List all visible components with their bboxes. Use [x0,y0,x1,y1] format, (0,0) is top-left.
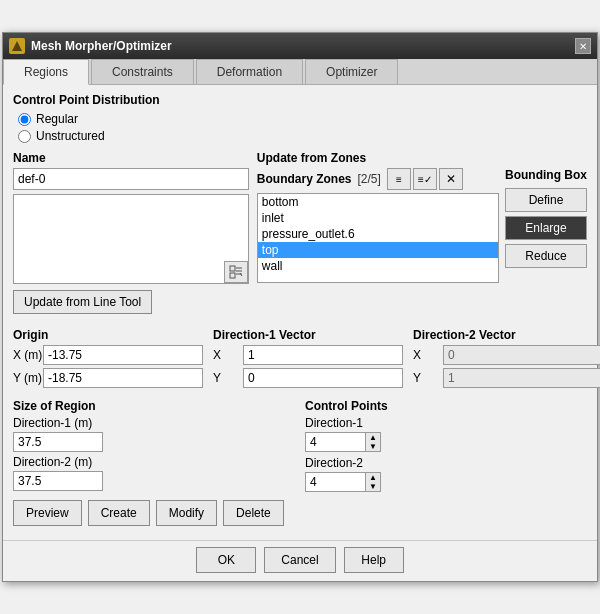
cp-dir1-up[interactable]: ▲ [366,433,380,442]
modify-button[interactable]: Modify [156,500,217,526]
radio-regular-label: Regular [36,112,78,126]
cp-dir1-label: Direction-1 [305,416,587,430]
origin-y-row: Y (m) [13,368,203,388]
origin-x-row: X (m) [13,345,203,365]
cp-dir2-label: Direction-2 [305,456,587,470]
define-button[interactable]: Define [505,188,587,212]
radio-unstructured-row: Unstructured [18,129,587,143]
cp-dir1-input[interactable] [305,432,365,452]
name-panel: Name [13,151,249,284]
name-input[interactable] [13,168,249,190]
cp-dir2-up[interactable]: ▲ [366,473,380,482]
cp-dir2-input[interactable] [305,472,365,492]
dir2-vector-group: Direction-2 Vector X Y [413,328,600,391]
cp-dir1-down[interactable]: ▼ [366,442,380,451]
bounding-box-title: Bounding Box [505,168,587,182]
svg-rect-2 [230,266,235,271]
size-group: Size of Region Direction-1 (m) Direction… [13,399,295,492]
origin-label: Origin [13,328,203,342]
dir2-x-row: X [413,345,600,365]
radio-regular[interactable] [18,113,31,126]
close-button[interactable]: ✕ [575,38,591,54]
origin-group: Origin X (m) Y (m) [13,328,203,391]
zones-panel: Update from Zones Boundary Zones [2/5] ≡… [257,151,587,284]
dir1-y-label: Y [213,371,243,385]
radio-regular-row: Regular [18,112,587,126]
zones-list-area: Boundary Zones [2/5] ≡ ≡✓ ✕ bottom inlet… [257,168,499,283]
cp-dir2-spinner: ▲ ▼ [305,472,587,492]
dir2-x-input [443,345,600,365]
radio-unstructured-label: Unstructured [36,129,105,143]
tab-optimizer[interactable]: Optimizer [305,59,398,84]
control-points-group: Control Points Direction-1 ▲ ▼ Direction… [305,399,587,492]
dir2-x-label: X [413,348,443,362]
origin-x-label: X (m) [13,348,43,362]
cpd-title: Control Point Distribution [13,93,587,107]
name-area [13,168,249,190]
boundary-zones-label: Boundary Zones [257,172,352,186]
zones-all-btn[interactable]: ≡ [387,168,411,190]
cancel-button[interactable]: Cancel [264,547,335,573]
title-bar: Mesh Morpher/Optimizer ✕ [3,33,597,59]
update-line-tool-button[interactable]: Update from Line Tool [13,290,152,314]
dir1-vector-label: Direction-1 Vector [213,328,403,342]
preview-button[interactable]: Preview [13,500,82,526]
list-item[interactable]: pressure_outlet.6 [258,226,498,242]
bounding-box-panel: Bounding Box Define Enlarge Reduce [505,168,587,268]
boundary-zones-list[interactable]: bottom inlet pressure_outlet.6 top wall [257,193,499,283]
name-label: Name [13,151,249,165]
list-item[interactable]: bottom [258,194,498,210]
window-icon [9,38,25,54]
svg-rect-3 [230,273,235,278]
two-col-section: Name [13,151,587,284]
main-window: Mesh Morpher/Optimizer ✕ Regions Constra… [2,32,598,582]
origin-x-input[interactable] [43,345,203,365]
dialog-buttons: OK Cancel Help [3,540,597,581]
dir2-y-row: Y [413,368,600,388]
zones-match-btn[interactable]: ≡✓ [413,168,437,190]
radio-unstructured[interactable] [18,130,31,143]
dir1-y-input[interactable] [243,368,403,388]
delete-button[interactable]: Delete [223,500,284,526]
cp-dir1-spinner: ▲ ▼ [305,432,587,452]
list-item[interactable]: inlet [258,210,498,226]
dir1-size-label: Direction-1 (m) [13,416,295,430]
tab-regions[interactable]: Regions [3,59,89,85]
dir2-size-label: Direction-2 (m) [13,455,295,469]
dir2-vector-label: Direction-2 Vector [413,328,600,342]
tabs-bar: Regions Constraints Deformation Optimize… [3,59,597,85]
dir2-y-input [443,368,600,388]
cp-label: Control Points [305,399,587,413]
list-item-selected[interactable]: top [258,242,498,258]
tab-constraints[interactable]: Constraints [91,59,194,84]
cp-dir1-spinner-btns: ▲ ▼ [365,432,381,452]
zones-clear-btn[interactable]: ✕ [439,168,463,190]
origin-y-label: Y (m) [13,371,43,385]
enlarge-button[interactable]: Enlarge [505,216,587,240]
size-section: Size of Region Direction-1 (m) Direction… [13,399,587,492]
ok-button[interactable]: OK [196,547,256,573]
content-area: Control Point Distribution Regular Unstr… [3,85,597,540]
name-clear-btn[interactable] [224,261,248,283]
dir1-x-label: X [213,348,243,362]
dir2-size-input[interactable] [13,471,103,491]
dir1-size-input[interactable] [13,432,103,452]
size-label: Size of Region [13,399,295,413]
help-button[interactable]: Help [344,547,404,573]
radio-group: Regular Unstructured [18,112,587,143]
origin-y-input[interactable] [43,368,203,388]
reduce-button[interactable]: Reduce [505,244,587,268]
vectors-section: Origin X (m) Y (m) Direction-1 Vector X [13,328,587,391]
dir1-y-row: Y [213,368,403,388]
zones-header: Boundary Zones [2/5] ≡ ≡✓ ✕ [257,168,499,190]
tab-deformation[interactable]: Deformation [196,59,303,84]
dir1-vector-group: Direction-1 Vector X Y [213,328,403,391]
cp-dir2-down[interactable]: ▼ [366,482,380,491]
window-title: Mesh Morpher/Optimizer [31,39,575,53]
cp-dir2-spinner-btns: ▲ ▼ [365,472,381,492]
dir1-x-input[interactable] [243,345,403,365]
create-button[interactable]: Create [88,500,150,526]
boundary-zones-count: [2/5] [358,172,381,186]
zones-section-title: Update from Zones [257,151,587,165]
list-item[interactable]: wall [258,258,498,274]
